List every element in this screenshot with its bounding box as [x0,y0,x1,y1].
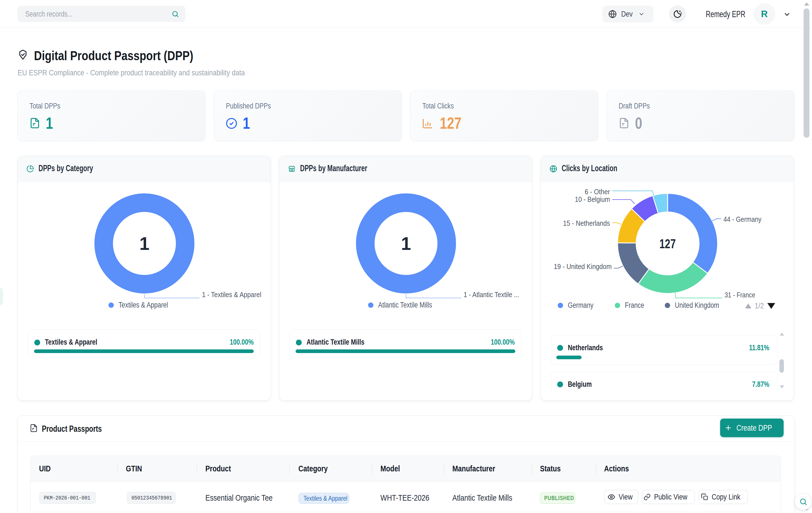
svg-text:1 - Atlantic Textile ...: 1 - Atlantic Textile ... [464,290,519,299]
svg-text:127: 127 [660,236,676,251]
svg-text:15 - Netherlands: 15 - Netherlands [563,219,610,227]
svg-text:1 - Textiles & Apparel: 1 - Textiles & Apparel [202,290,261,299]
svg-text:1: 1 [139,234,149,254]
svg-text:19 - United Kingdom: 19 - United Kingdom [554,262,612,271]
svg-text:1: 1 [401,234,411,254]
svg-text:6 - Other: 6 - Other [585,188,610,196]
svg-text:44 - Germany: 44 - Germany [724,215,761,224]
svg-text:10 - Belgium: 10 - Belgium [575,195,610,203]
svg-text:31 - France: 31 - France [725,291,755,299]
